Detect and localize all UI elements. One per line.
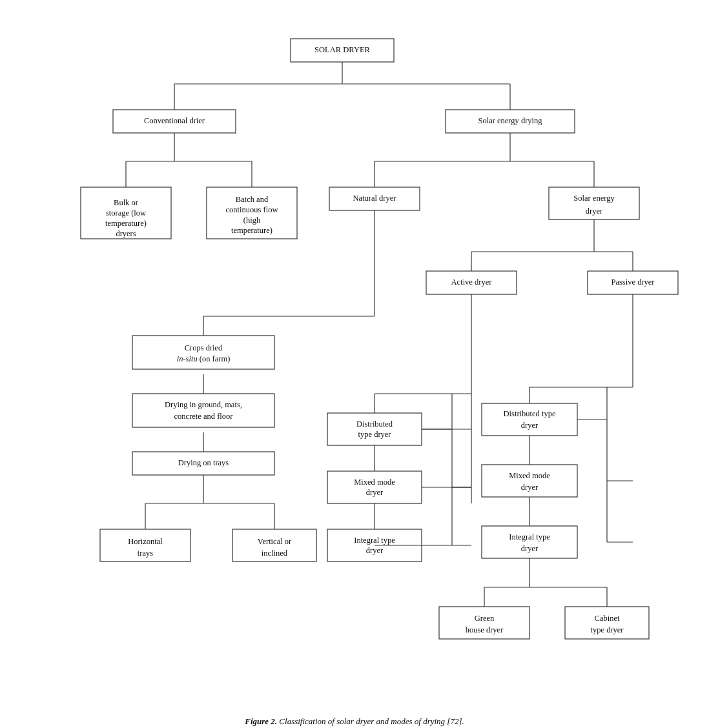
solar-energy-dryer-label2: dryer [586,207,603,216]
integral-active-label1: Integral type [354,536,395,545]
bulk-storage-label4: dryers [116,229,136,238]
caption-bold: Figure 2. [245,716,277,726]
integral-passive-label1: Integral type [509,532,550,541]
mixed-passive-box [482,465,577,497]
natural-dryer-label: Natural dryer [353,194,397,203]
drying-ground-box [132,394,274,427]
distributed-passive-label2: dryer [521,421,539,430]
batch-continuous-label1: Batch and [236,195,269,204]
distributed-active-label2: type dryer [358,430,391,439]
figure-caption: Figure 2. Classification of solar dryer … [13,716,696,727]
conventional-drier-label: Conventional drier [144,116,205,125]
green-house-label2: house dryer [466,625,504,634]
cabinet-type-label1: Cabinet [595,614,620,623]
integral-active-label2: dryer [366,546,384,555]
distributed-passive-label1: Distributed type [504,409,556,418]
crops-dried-label1: Crops dried [185,343,223,352]
diagram-container: .box { fill: white; stroke: #333; stroke… [13,13,696,710]
distributed-passive-box [482,403,577,436]
integral-passive-box [482,526,577,558]
batch-continuous-label4: temperature) [231,226,272,235]
bulk-storage-label2: storage (low [106,208,146,217]
horizontal-trays-label2: trays [138,549,153,558]
distributed-active-label1: Distributed [356,420,393,429]
vertical-inclined-label1: Vertical or [258,537,292,546]
drying-ground-label1: Drying in ground, mats, [165,400,242,409]
passive-dryer-label: Passive dryer [611,278,655,287]
vertical-inclined-label2: inclined [262,549,288,558]
solar-dryer-label: SOLAR DRYER [314,45,370,54]
bulk-storage-label: Bulk or [114,198,139,207]
mixed-passive-label1: Mixed mode [509,471,550,480]
solar-energy-drying-label: Solar energy drying [478,116,542,125]
horizontal-trays-label1: Horizontal [128,537,163,546]
crops-dried-label2: in-situ (on farm) [177,354,231,363]
caption-italic: Classification of solar dryer and modes … [277,716,464,726]
bulk-storage-label3: temperature) [105,219,147,228]
drying-ground-label2: concrete and floor [174,412,234,421]
mixed-passive-label2: dryer [521,483,539,492]
drying-trays-label: Drying on trays [178,458,229,467]
mixed-active-label2: dryer [366,488,384,497]
crops-dried-box [132,336,274,369]
integral-passive-label2: dryer [521,544,539,553]
batch-continuous-label2: continuous flow [226,205,278,214]
mixed-active-label1: Mixed mode [354,478,395,487]
batch-continuous-label3: (high [243,216,261,225]
active-dryer-label: Active dryer [451,278,493,287]
green-house-label1: Green [475,614,495,623]
solar-energy-dryer-label1: Solar energy [573,194,615,203]
cabinet-type-label2: type dryer [590,625,624,634]
